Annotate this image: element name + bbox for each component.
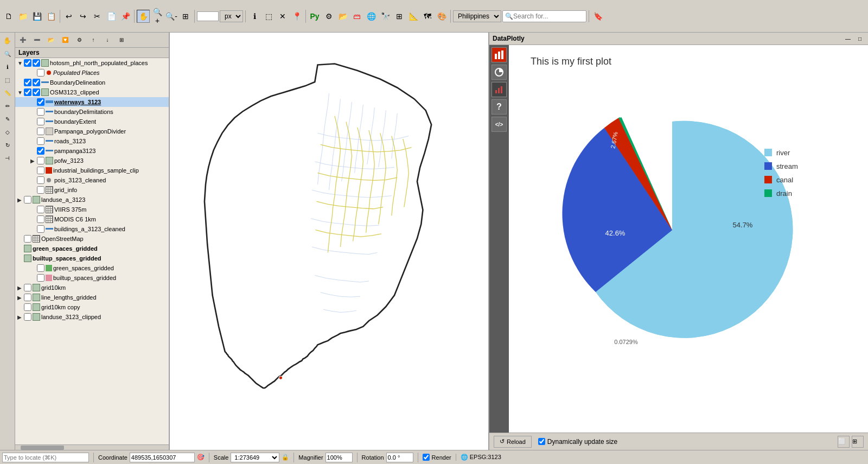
identify-btn[interactable]: ℹ bbox=[248, 10, 261, 23]
layer-checkbox-buildings-a[interactable] bbox=[37, 225, 44, 233]
layer-item-hotosm[interactable]: ▼ hotosm_phl_north_populated_places bbox=[15, 58, 169, 68]
browser-btn[interactable]: 🌐 bbox=[365, 10, 378, 23]
layer-checkbox-gridinfo[interactable] bbox=[37, 186, 44, 194]
map-tips-btn[interactable]: 🔭 bbox=[379, 10, 392, 23]
layer-checkbox-pofw[interactable] bbox=[37, 157, 44, 164]
new-project-btn[interactable]: 🗋 bbox=[2, 10, 15, 23]
layer-checkbox-osm[interactable] bbox=[24, 235, 31, 243]
pan-tool[interactable]: ✋ bbox=[2, 35, 14, 47]
map-area[interactable] bbox=[170, 33, 488, 450]
dp-plotly-icon-btn[interactable] bbox=[492, 47, 507, 62]
layer-checkbox-landuse-clipped[interactable] bbox=[24, 313, 31, 321]
layer-item-green-gridded[interactable]: green_spaces_gridded bbox=[15, 244, 169, 253]
save-project-btn[interactable]: 💾 bbox=[30, 10, 43, 23]
paste-btn[interactable]: 📌 bbox=[119, 10, 132, 23]
zoom-unit-select[interactable]: px bbox=[220, 10, 243, 22]
scale-select[interactable]: 1:273649 bbox=[231, 453, 279, 462]
layer-item-landuse-clipped[interactable]: ▶ landuse_3123_clipped bbox=[15, 312, 169, 322]
dp-chart-type-btn[interactable] bbox=[492, 65, 507, 80]
layer-item-pofw[interactable]: ▶ pofw_3123 bbox=[15, 156, 169, 166]
layer-checkbox-builtup-g2[interactable] bbox=[37, 274, 44, 282]
zoom-in-btn[interactable]: 🔍+ bbox=[151, 10, 164, 23]
open-layer-btn[interactable]: 📂 bbox=[44, 34, 58, 47]
layer-item-boundarydel[interactable]: boundaryDelimitations bbox=[15, 107, 169, 117]
dp-bar-chart-btn[interactable] bbox=[492, 82, 507, 97]
layer-checkbox-pampanga3123[interactable] bbox=[37, 147, 44, 155]
search-input[interactable] bbox=[513, 12, 584, 20]
layer-checkbox-grid10km[interactable] bbox=[24, 284, 31, 291]
layer-item-modis[interactable]: MODIS C6 1km bbox=[15, 214, 169, 224]
footer-resize-btn[interactable]: ⊞ bbox=[852, 436, 864, 448]
location-select[interactable]: Philippines bbox=[453, 10, 501, 22]
layer-item-osm[interactable]: OpenStreetMap bbox=[15, 234, 169, 244]
measure-tool[interactable]: 📏 bbox=[2, 87, 14, 99]
atlas-btn[interactable]: 🗺 bbox=[421, 10, 434, 23]
split-tool[interactable]: ⊣ bbox=[2, 152, 14, 164]
layer-props-btn[interactable]: ⚙ bbox=[73, 34, 86, 47]
layer-item-pampangapoly[interactable]: Pampanga_polygonDivider bbox=[15, 126, 169, 136]
layer-checkbox-roads[interactable] bbox=[37, 137, 44, 145]
layer-visible-hotosm[interactable] bbox=[33, 59, 40, 67]
dp-question-btn[interactable]: ? bbox=[492, 99, 507, 115]
save-as-btn[interactable]: 📋 bbox=[44, 10, 58, 23]
layer-item-grid10km-copy[interactable]: grid10km copy bbox=[15, 302, 169, 312]
dp-minimize-btn[interactable]: — bbox=[843, 34, 853, 43]
vertex-tool[interactable]: ◇ bbox=[2, 126, 14, 138]
redo-btn[interactable]: ↪ bbox=[76, 10, 90, 23]
layer-item-gridinfo[interactable]: grid_info bbox=[15, 185, 169, 195]
layer-checkbox-pois[interactable] bbox=[37, 176, 44, 184]
layer-checkbox-landuse[interactable] bbox=[24, 196, 31, 204]
pan-btn[interactable]: ✋ bbox=[137, 10, 150, 23]
layer-item-buildings-a[interactable]: buildings_a_3123_cleaned bbox=[15, 224, 169, 234]
layer-visible-osm3123[interactable] bbox=[33, 88, 40, 96]
layer-checkbox-viirs[interactable] bbox=[37, 206, 44, 213]
locate-input[interactable] bbox=[2, 453, 89, 462]
select-btn[interactable]: ⬚ bbox=[262, 10, 275, 23]
open-project-btn[interactable]: 📁 bbox=[16, 10, 29, 23]
layer-item-grid10km[interactable]: ▶ grid10km bbox=[15, 283, 169, 293]
layer-checkbox-modis[interactable] bbox=[37, 215, 44, 223]
layer-item-industrial[interactable]: industrial_buildings_sample_clip bbox=[15, 166, 169, 175]
layer-item-populated[interactable]: Populated Places bbox=[15, 68, 169, 78]
dynamic-update-checkbox[interactable] bbox=[538, 438, 545, 445]
edit-tool[interactable]: ✎ bbox=[2, 113, 14, 125]
layer-item-landuse[interactable]: ▶ landuse_a_3123 bbox=[15, 195, 169, 205]
identify-tool[interactable]: ℹ bbox=[2, 61, 14, 73]
layer-checkbox-industrial[interactable] bbox=[37, 167, 44, 174]
processing-btn[interactable]: ⚙ bbox=[322, 10, 335, 23]
folder-btn[interactable]: 📂 bbox=[336, 10, 349, 23]
layer-checkbox-green-g2[interactable] bbox=[37, 264, 44, 272]
h-scrollbar[interactable] bbox=[15, 444, 169, 450]
layer-checkbox-osm3123[interactable] bbox=[24, 88, 31, 96]
copy-btn[interactable]: 📄 bbox=[105, 10, 118, 23]
zoom-in-tool[interactable]: 🔍 bbox=[2, 48, 14, 60]
footer-expand-btn[interactable]: ⬜ bbox=[838, 436, 850, 448]
remove-layer-btn[interactable]: ➖ bbox=[30, 34, 43, 47]
layer-visible-boundary[interactable] bbox=[33, 79, 40, 86]
layer-item-waterways[interactable]: waterways_3123 bbox=[15, 97, 169, 107]
zoom-extent-btn[interactable]: ⊞ bbox=[179, 10, 192, 23]
deselect-btn[interactable]: ✕ bbox=[276, 10, 289, 23]
layer-item-pampanga3123[interactable]: pampanga3123 bbox=[15, 146, 169, 156]
bookmarks-btn[interactable]: 🔖 bbox=[591, 10, 604, 23]
expand-all-btn[interactable]: ⊞ bbox=[115, 34, 128, 47]
magnifier-input[interactable] bbox=[326, 453, 353, 462]
layer-item-boundary[interactable]: BoundaryDelineation bbox=[15, 78, 169, 87]
select-tool[interactable]: ⬚ bbox=[2, 74, 14, 86]
render-checkbox[interactable] bbox=[423, 454, 430, 461]
db-btn[interactable]: 🗃 bbox=[350, 10, 363, 23]
measure-btn[interactable]: 📐 bbox=[407, 10, 420, 23]
layer-checkbox-hotosm[interactable] bbox=[24, 59, 31, 67]
layer-item-green-g2[interactable]: green_spaces_gridded bbox=[15, 263, 169, 273]
cut-btn[interactable]: ✂ bbox=[91, 10, 104, 23]
layer-down-btn[interactable]: ↓ bbox=[101, 34, 114, 47]
layer-checkbox-populated[interactable] bbox=[37, 69, 44, 77]
undo-btn[interactable]: ↩ bbox=[62, 10, 75, 23]
zoom-value-input[interactable]: 0 bbox=[197, 11, 219, 21]
layer-checkbox-line-lengths[interactable] bbox=[24, 294, 31, 301]
layer-item-boundaryext[interactable]: boundaryExtent bbox=[15, 117, 169, 126]
layer-item-roads[interactable]: roads_3123 bbox=[15, 136, 169, 146]
python-btn[interactable]: Py bbox=[308, 10, 321, 23]
coordinate-input[interactable] bbox=[130, 453, 195, 462]
rotation-input[interactable] bbox=[386, 453, 413, 462]
